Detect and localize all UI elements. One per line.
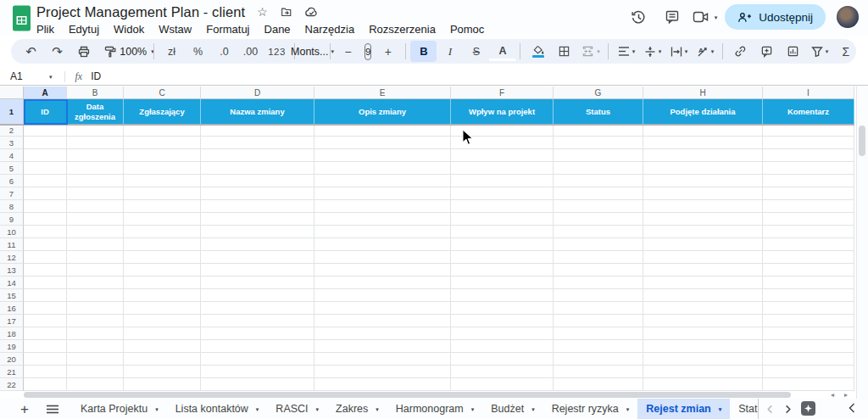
row-header-8[interactable]: 8 <box>0 200 24 213</box>
tab-scroll-left-icon[interactable] <box>765 405 775 414</box>
undo-button[interactable]: ↶ <box>18 41 44 62</box>
vertical-scrollbar-thumb[interactable] <box>859 126 865 156</box>
sheet-tab-menu-icon[interactable]: ▾ <box>719 406 722 412</box>
bold-button[interactable]: B <box>410 41 437 62</box>
fill-color-button[interactable] <box>525 41 551 62</box>
row-header-18[interactable]: 18 <box>0 327 24 340</box>
header-cell-wp-yw-na-projekt[interactable]: Wpływ na projekt <box>451 99 554 124</box>
sheet-tab-menu-icon[interactable]: ▾ <box>155 406 159 412</box>
redo-button[interactable]: ↷ <box>44 41 70 62</box>
column-header-D[interactable]: D <box>201 87 314 99</box>
column-header-I[interactable]: I <box>763 87 854 99</box>
sheets-logo-icon[interactable] <box>12 5 31 31</box>
borders-button[interactable] <box>551 41 577 62</box>
menu-plik[interactable]: Plik <box>36 23 54 36</box>
sheet-tab-bud-et[interactable]: Budżet▾ <box>482 399 542 419</box>
name-box-dropdown-icon[interactable]: ▾ <box>49 74 53 80</box>
menu-wstaw[interactable]: Wstaw <box>159 23 192 36</box>
row-header-7[interactable]: 7 <box>0 187 24 200</box>
strikethrough-button[interactable]: S <box>463 41 489 62</box>
sheet-tab-menu-icon[interactable]: ▾ <box>471 406 475 412</box>
decrease-decimals-button[interactable]: .0 <box>211 41 237 62</box>
side-panel-chevron-icon[interactable] <box>847 402 857 414</box>
sheet-tab-rasci[interactable]: RASCI▾ <box>267 399 327 419</box>
merge-cells-button[interactable]: ▾ <box>577 41 604 62</box>
document-title[interactable]: Project Management Plan - client <box>36 4 245 20</box>
row-header-3[interactable]: 3 <box>0 137 24 149</box>
functions-button[interactable]: Σ <box>832 41 859 62</box>
sheet-tab-zakres[interactable]: Zakres▾ <box>327 399 387 419</box>
menu-pomoc[interactable]: Pomoc <box>450 23 484 36</box>
sheet-tab-rejest-zmian[interactable]: Rejest zmian▾ <box>637 399 730 419</box>
row-header-6[interactable]: 6 <box>0 175 24 187</box>
insert-chart-button[interactable] <box>780 41 806 62</box>
header-cell-podj-te-dzia-ania[interactable]: Podjęte działania <box>643 99 763 124</box>
row-header-4[interactable]: 4 <box>0 149 24 162</box>
row-header-17[interactable]: 17 <box>0 315 24 327</box>
horizontal-scrollbar-thumb[interactable] <box>24 392 791 398</box>
menu-widok[interactable]: Widok <box>114 23 144 36</box>
italic-button[interactable]: I <box>437 41 463 62</box>
menu-narz-dzia[interactable]: Narzędzia <box>305 23 355 36</box>
menu-edytuj[interactable]: Edytuj <box>69 23 99 36</box>
row-header-16[interactable]: 16 <box>0 302 24 315</box>
meet-dropdown-icon[interactable]: ▾ <box>715 14 718 20</box>
row-header-19[interactable]: 19 <box>0 340 24 353</box>
name-box[interactable]: A1 <box>0 70 49 82</box>
row-header-22[interactable]: 22 <box>0 378 24 391</box>
currency-format-button[interactable]: zł <box>159 41 185 62</box>
insert-link-button[interactable] <box>727 41 754 62</box>
meet-button[interactable]: ▾ <box>693 10 718 24</box>
text-wrap-button[interactable]: ▾ <box>665 41 692 62</box>
sheet-tab-menu-icon[interactable]: ▾ <box>316 406 320 412</box>
row-header-12[interactable]: 12 <box>0 251 24 264</box>
sheet-tab-menu-icon[interactable]: ▾ <box>256 406 259 412</box>
row-header-13[interactable]: 13 <box>0 264 24 277</box>
column-header-C[interactable]: C <box>124 87 201 99</box>
header-cell-nazwa-zmiany[interactable]: Nazwa zmiany <box>201 99 314 124</box>
sheet-tab-karta-projektu[interactable]: Karta Projektu▾ <box>72 399 167 419</box>
header-cell-zg-aszaj-cy[interactable]: Zgłaszający <box>124 99 201 124</box>
gemini-sparkle-icon[interactable] <box>801 401 815 416</box>
cloud-saved-icon[interactable] <box>304 6 319 18</box>
row-header-9[interactable]: 9 <box>0 213 24 226</box>
sheet-tab-harmonogram[interactable]: Harmonogram▾ <box>387 399 482 419</box>
grid-body[interactable] <box>24 124 854 391</box>
column-header-F[interactable]: F <box>451 87 554 99</box>
increase-decimals-button[interactable]: .00 <box>237 41 264 62</box>
grid-corner-select-all[interactable] <box>0 87 24 99</box>
column-header-H[interactable]: H <box>643 87 763 99</box>
zoom-select[interactable]: 100% ▾ <box>123 41 149 62</box>
vertical-align-button[interactable]: ▾ <box>639 41 665 62</box>
header-cell-status[interactable]: Status <box>554 99 643 124</box>
sheet-tab-menu-icon[interactable]: ▾ <box>626 406 630 412</box>
column-header-E[interactable]: E <box>314 87 451 99</box>
row-header-1[interactable]: 1 <box>0 99 24 124</box>
insert-comment-button[interactable] <box>754 41 780 62</box>
comments-icon[interactable] <box>659 4 685 30</box>
row-header-10[interactable]: 10 <box>0 226 24 238</box>
move-folder-icon[interactable] <box>280 6 292 18</box>
header-cell-data-zg-oszenia[interactable]: Data zgłoszenia <box>67 99 124 124</box>
star-icon[interactable]: ☆ <box>257 6 268 18</box>
column-header-A[interactable]: A <box>24 87 67 99</box>
row-header-14[interactable]: 14 <box>0 277 24 289</box>
row-header-5[interactable]: 5 <box>0 162 24 175</box>
row-header-15[interactable]: 15 <box>0 289 24 302</box>
increase-font-size-button[interactable]: + <box>375 41 401 62</box>
horizontal-scrollbar[interactable]: ◂ ▸ <box>0 391 854 399</box>
sheet-tab-stat[interactable]: Stat <box>730 399 759 419</box>
print-button[interactable] <box>70 41 97 62</box>
decrease-font-size-button[interactable]: − <box>335 41 361 62</box>
percent-format-button[interactable]: % <box>185 41 211 62</box>
sheet-tab-rejestr-ryzyka[interactable]: Rejestr ryzyka▾ <box>543 399 638 419</box>
sheet-tab-menu-icon[interactable]: ▾ <box>531 406 535 412</box>
number-format-button[interactable]: 123 <box>264 41 290 62</box>
sheet-tab-lista-kontakt-w[interactable]: Lista kontaktów▾ <box>167 399 268 419</box>
header-cell-opis-zmiany[interactable]: Opis zmiany <box>314 99 451 124</box>
add-sheet-button[interactable]: + <box>20 402 29 416</box>
menu-dane[interactable]: Dane <box>264 23 291 36</box>
row-header-20[interactable]: 20 <box>0 353 24 366</box>
filter-button[interactable]: ▾ <box>806 41 832 62</box>
font-family-select[interactable]: Monts... ▾ <box>299 41 326 62</box>
